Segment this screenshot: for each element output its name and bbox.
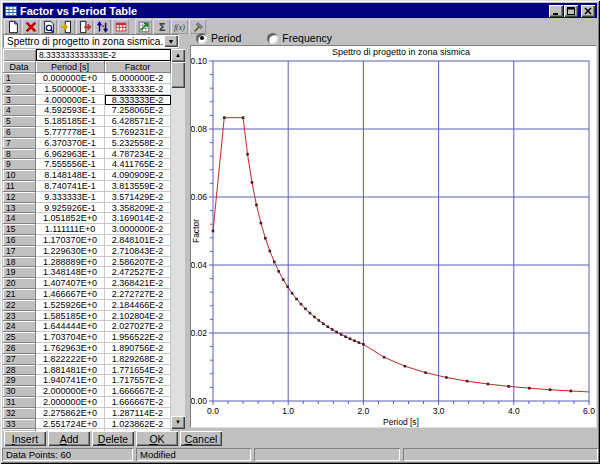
factor-cell[interactable]: 8.333333E-2 [105,84,171,95]
factor-cell[interactable]: 1.890756E-2 [105,343,171,354]
row-header[interactable]: 23 [3,311,36,322]
factor-cell[interactable]: 4.411765E-2 [105,159,171,170]
sum-button[interactable]: Σ [153,19,170,34]
factor-cell[interactable]: 5.232558E-2 [105,138,171,149]
scrollbar-thumb[interactable] [171,62,185,88]
close-button[interactable] [581,5,595,17]
spectrum-select[interactable]: Spettro di progetto in zona sismica. ▼ [3,34,179,48]
factor-cell[interactable]: 3.000000E-2 [105,224,171,235]
period-cell[interactable]: 1.644444E+0 [36,321,105,332]
ok-button[interactable]: OK [136,431,178,446]
row-header[interactable]: 6 [3,127,36,138]
period-cell[interactable]: 7.555556E-1 [36,159,105,170]
sort-button[interactable] [94,19,111,34]
row-header[interactable]: 3 [3,95,36,106]
period-cell[interactable]: 6.370370E-1 [36,138,105,149]
row-header[interactable]: 5 [3,116,36,127]
insert-button[interactable]: Insert [4,431,46,446]
factor-cell[interactable]: 1.771654E-2 [105,365,171,376]
factor-cell[interactable]: 2.272727E-2 [105,289,171,300]
row-header[interactable]: 2 [3,84,36,95]
period-cell[interactable]: 8.740741E-1 [36,181,105,192]
column-header-data[interactable]: Data [3,61,36,73]
period-cell[interactable]: 1.051852E+0 [36,213,105,224]
factor-cell[interactable]: 2.027027E-2 [105,321,171,332]
factor-cell[interactable]: 3.358209E-2 [105,203,171,214]
factor-cell[interactable]: 7.258065E-2 [105,105,171,116]
row-header[interactable]: 7 [3,138,36,149]
factor-cell[interactable]: 1.666667E-2 [105,386,171,397]
maximize-button[interactable] [564,5,578,17]
export-button[interactable] [76,19,93,34]
row-header[interactable]: 27 [3,354,36,365]
row-header[interactable]: 10 [3,170,36,181]
row-header[interactable]: 33 [3,419,36,430]
row-header[interactable]: 13 [3,203,36,214]
column-header-period[interactable]: Period [s] [36,61,105,73]
factor-cell[interactable]: 6.428571E-2 [105,116,171,127]
row-header[interactable]: 32 [3,408,36,419]
row-header[interactable]: 25 [3,332,36,343]
row-header[interactable]: 29 [3,375,36,386]
factor-cell[interactable]: 3.813559E-2 [105,181,171,192]
new-document-button[interactable] [4,19,21,34]
row-header[interactable]: 14 [3,213,36,224]
factor-cell[interactable]: 2.472527E-2 [105,267,171,278]
period-cell[interactable]: 0.000000E+0 [36,73,105,84]
period-cell[interactable]: 1.525926E+0 [36,300,105,311]
row-header[interactable]: 28 [3,365,36,376]
table-delete-button[interactable] [112,19,129,34]
row-header[interactable]: 9 [3,159,36,170]
period-cell[interactable]: 2.275862E+0 [36,408,105,419]
radio-period[interactable]: Period [196,32,241,44]
period-cell[interactable]: 6.962963E-1 [36,149,105,160]
row-header[interactable]: 16 [3,235,36,246]
row-header[interactable]: 21 [3,289,36,300]
row-header[interactable]: 31 [3,397,36,408]
row-header[interactable]: 12 [3,192,36,203]
factor-cell[interactable]: 1.023862E-2 [105,419,171,430]
period-cell[interactable]: 9.333333E-1 [36,192,105,203]
scroll-down-icon[interactable]: ▼ [171,416,185,429]
table-scrollbar[interactable]: ▲ ▼ [171,49,185,429]
minimize-button[interactable] [549,5,563,17]
row-header[interactable]: 17 [3,246,36,257]
period-cell[interactable]: 2.000000E+0 [36,397,105,408]
period-cell[interactable]: 1.111111E+0 [36,224,105,235]
period-cell[interactable]: 1.466667E+0 [36,289,105,300]
row-header[interactable]: 30 [3,386,36,397]
period-cell[interactable]: 2.551724E+0 [36,419,105,430]
factor-cell[interactable]: 1.829268E-2 [105,354,171,365]
function-button[interactable]: f(x) [171,19,188,34]
period-cell[interactable]: 1.229630E+0 [36,246,105,257]
refresh-table-button[interactable] [135,19,152,34]
dropdown-arrow-icon[interactable]: ▼ [164,35,178,47]
column-header-factor[interactable]: Factor [105,61,171,73]
period-cell[interactable]: 1.881481E+0 [36,365,105,376]
cell-editor[interactable]: 8.333333333333E-2 [36,49,171,61]
period-cell[interactable]: 1.703704E+0 [36,332,105,343]
factor-cell[interactable]: 1.717557E-2 [105,375,171,386]
factor-cell[interactable]: 8.333333E-2 [105,95,171,106]
factor-cell[interactable]: 5.000000E-2 [105,73,171,84]
period-cell[interactable]: 4.000000E-1 [36,95,105,106]
factor-cell[interactable]: 1.956522E-2 [105,332,171,343]
period-cell[interactable]: 1.762963E+0 [36,343,105,354]
factor-cell[interactable]: 1.287114E-2 [105,408,171,419]
row-header[interactable]: 19 [3,267,36,278]
row-header[interactable]: 1 [3,73,36,84]
row-header[interactable]: 24 [3,321,36,332]
row-header[interactable]: 11 [3,181,36,192]
factor-cell[interactable]: 2.848101E-2 [105,235,171,246]
import-button[interactable] [58,19,75,34]
delete-button[interactable]: Delete [92,431,134,446]
row-header[interactable]: 22 [3,300,36,311]
period-cell[interactable]: 1.500000E-1 [36,84,105,95]
factor-cell[interactable]: 2.710843E-2 [105,246,171,257]
row-header[interactable]: 20 [3,278,36,289]
factor-cell[interactable]: 3.571429E-2 [105,192,171,203]
period-cell[interactable]: 5.185185E-1 [36,116,105,127]
factor-cell[interactable]: 4.787234E-2 [105,149,171,160]
period-cell[interactable]: 1.585185E+0 [36,311,105,322]
period-cell[interactable]: 8.148148E-1 [36,170,105,181]
